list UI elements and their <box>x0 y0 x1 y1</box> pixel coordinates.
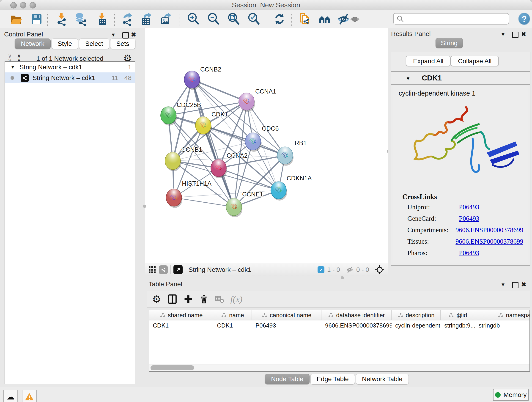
network-share-view-icon[interactable] <box>159 265 168 274</box>
collapse-all-button[interactable]: Collapse All <box>451 56 499 66</box>
tab-string[interactable]: String <box>436 38 463 48</box>
zoom-out-icon[interactable] <box>206 12 221 26</box>
import-network-icon[interactable] <box>54 12 69 26</box>
show-all-icon[interactable] <box>348 12 362 26</box>
column-header-id[interactable]: @id <box>441 310 475 320</box>
search-input[interactable] <box>406 15 509 23</box>
expand-all-button[interactable]: Expand All <box>406 56 451 66</box>
float-panel-icon[interactable] <box>122 32 129 38</box>
tab-node-table[interactable]: Node Table <box>265 374 310 384</box>
network-graph[interactable]: CCNB2CCNA1CDC25BCDK1CDC6RB1CCNB1CCNA2CDK… <box>145 28 388 263</box>
zoom-selected-icon[interactable] <box>247 12 261 26</box>
toolbar-separator <box>179 13 179 26</box>
refresh-icon[interactable] <box>272 12 287 26</box>
table-row[interactable]: CDK1CDK1P064939606.ENSP00000378699cyclin… <box>149 320 530 331</box>
panel-menu-icon[interactable]: ▾ <box>112 31 115 38</box>
network-node-RB1[interactable] <box>277 146 293 166</box>
tab-style[interactable]: Style <box>51 38 78 49</box>
zoom-fit-icon[interactable] <box>226 12 241 26</box>
tab-edge-table[interactable]: Edge Table <box>310 374 355 384</box>
network-node-label: CDK1 <box>211 111 228 118</box>
crosslink-link[interactable]: 9606.ENSP00000378699 <box>456 226 523 234</box>
vertical-splitter-handle[interactable] <box>143 205 146 208</box>
network-node-CDC6[interactable] <box>245 132 261 152</box>
delete-column-icon[interactable] <box>199 294 209 304</box>
network-row[interactable]: String Network – cdk1 11 48 <box>5 72 135 83</box>
table-cell[interactable]: stringdb:9... <box>441 322 475 329</box>
float-panel-icon[interactable] <box>512 32 519 38</box>
export-table-icon[interactable] <box>139 12 154 26</box>
export-network-icon[interactable] <box>120 12 135 26</box>
memory-button[interactable]: Memory <box>493 389 529 401</box>
network-edge[interactable] <box>192 80 234 207</box>
warnings-button[interactable] <box>22 390 37 402</box>
network-edges[interactable] <box>168 80 285 207</box>
birds-eye-view-icon[interactable] <box>375 265 385 274</box>
table-cell[interactable]: CDK1 <box>149 322 213 329</box>
crosslink-row: Compartments:9606.ENSP00000378699 <box>407 226 523 234</box>
show-columns-icon[interactable] <box>167 294 177 304</box>
close-panel-icon[interactable]: ✖ <box>521 31 526 38</box>
table-cell[interactable]: stringdb <box>475 322 530 329</box>
import-network-database-icon[interactable] <box>73 12 88 26</box>
network-node-count: 11 <box>112 74 118 82</box>
detach-view-icon[interactable] <box>173 265 183 274</box>
network-node-CCNA2[interactable] <box>211 159 227 178</box>
table-cell[interactable]: cyclin-dependent ... <box>392 322 441 329</box>
delete-table-icon[interactable] <box>215 294 224 304</box>
column-header-namespace[interactable]: namespace <box>475 310 530 320</box>
column-header-shared-name[interactable]: shared name <box>149 310 213 320</box>
hidden-eye-icon[interactable] <box>346 266 354 274</box>
column-header-description[interactable]: description <box>392 310 441 320</box>
network-node-CCNA1[interactable] <box>239 92 255 112</box>
collapse-section-icon[interactable]: ▾ <box>407 75 409 82</box>
close-panel-icon[interactable]: ✖ <box>131 31 136 38</box>
tab-network-table[interactable]: Network Table <box>356 374 409 384</box>
network-node-CDKN1A[interactable] <box>271 181 287 201</box>
selected-checkbox-icon[interactable] <box>317 266 324 273</box>
column-header-database-identifier[interactable]: database identifier <box>322 310 392 320</box>
collection-expand-icon[interactable]: ▾ <box>12 64 14 70</box>
network-collection-row[interactable]: ▾ String Network – cdk1 1 <box>5 62 135 72</box>
tab-network[interactable]: Network <box>15 38 51 49</box>
network-status-dot-icon <box>11 76 14 80</box>
float-panel-icon[interactable] <box>512 282 519 288</box>
column-header-label: canonical name <box>270 312 311 319</box>
tab-select[interactable]: Select <box>79 38 109 49</box>
close-panel-icon[interactable]: ✖ <box>521 281 526 288</box>
horizontal-scrollbar[interactable] <box>149 364 530 371</box>
title-bar: Session: New Session <box>0 0 532 10</box>
function-builder-icon[interactable]: f(x) <box>230 294 242 304</box>
network-node-HIST1H1A[interactable] <box>166 188 182 208</box>
crosslink-link[interactable]: P06493 <box>459 215 479 222</box>
table-settings-gear-icon[interactable]: ⚙ <box>152 293 161 305</box>
open-session-icon[interactable] <box>9 12 23 26</box>
table-cell[interactable]: CDK1 <box>213 322 252 329</box>
grid-view-icon[interactable] <box>148 266 156 274</box>
crosslink-link[interactable]: P06493 <box>459 203 479 211</box>
add-column-icon[interactable] <box>184 294 193 304</box>
network-edge[interactable] <box>174 198 234 207</box>
scrollbar-thumb[interactable] <box>151 365 194 370</box>
table-cell[interactable]: P06493 <box>252 322 322 329</box>
clone-network-icon[interactable] <box>298 12 312 26</box>
first-neighbors-icon[interactable] <box>317 12 332 26</box>
crosslink-link[interactable]: 9606.ENSP00000378699 <box>456 238 523 245</box>
column-header-canonical-name[interactable]: canonical name <box>252 310 322 320</box>
crosslink-label: Compartments: <box>407 226 456 234</box>
protein-header[interactable]: ▾ CDK1 <box>391 72 530 85</box>
save-session-icon[interactable] <box>29 12 44 26</box>
network-canvas[interactable]: CCNB2CCNA1CDC25BCDK1CDC6RB1CCNB1CCNA2CDK… <box>145 28 388 263</box>
zoom-in-icon[interactable] <box>186 12 201 26</box>
panel-menu-icon[interactable]: ▾ <box>501 31 505 38</box>
tab-sets[interactable]: Sets <box>110 38 135 49</box>
import-table-icon[interactable] <box>94 12 109 26</box>
column-header-name[interactable]: name <box>213 310 252 320</box>
export-image-icon[interactable] <box>159 12 174 26</box>
cloud-status-button[interactable]: ☁ <box>3 390 18 402</box>
help-icon[interactable]: ? <box>518 13 530 25</box>
panel-menu-icon[interactable]: ▾ <box>501 281 505 288</box>
table-cell[interactable]: 9606.ENSP00000378699 <box>322 322 392 329</box>
network-node-CDC25B[interactable] <box>161 106 177 126</box>
crosslink-link[interactable]: P06493 <box>459 249 479 257</box>
